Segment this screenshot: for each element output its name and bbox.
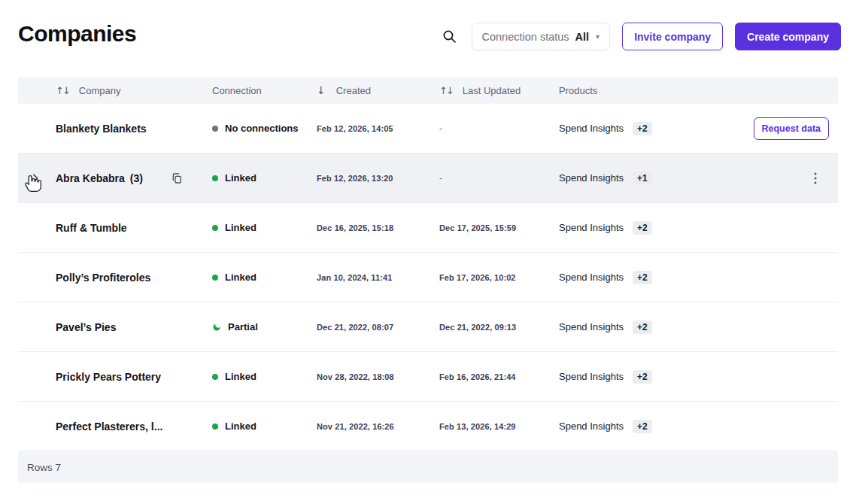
- table-row[interactable]: Prickly Pears Pottery Linked Nov 28, 202…: [18, 352, 838, 402]
- column-label: Created: [336, 85, 371, 96]
- partial-status-icon: [212, 323, 221, 332]
- filter-value: All: [575, 31, 590, 43]
- filter-label: Connection status: [482, 31, 569, 43]
- connection-cell: Linked: [212, 421, 317, 432]
- row-menu-button[interactable]: [806, 169, 824, 187]
- rows-count-label: Rows 7: [27, 462, 61, 473]
- product-name: Spend Insights: [559, 123, 624, 134]
- column-header-products: Products: [559, 85, 709, 96]
- connection-label: Linked: [225, 421, 256, 432]
- search-icon: [442, 29, 457, 44]
- connection-cell: Linked: [212, 222, 317, 233]
- table-row[interactable]: Perfect Plasterers, l... Linked Nov 21, …: [18, 402, 838, 451]
- connection-cell: Linked: [212, 371, 317, 382]
- created-cell: Nov 28, 2022, 18:08: [317, 372, 439, 381]
- sort-icon: ↑↓: [56, 85, 69, 96]
- products-cell: Spend Insights +1: [559, 172, 709, 185]
- company-name: Perfect Plasterers, l...: [56, 421, 162, 433]
- connection-status-filter[interactable]: Connection status All ▾: [472, 23, 611, 50]
- company-cell: Pavel’s Pies: [18, 302, 212, 351]
- product-count-badge: +2: [633, 271, 652, 284]
- last-updated-cell: Dec 21, 2022, 09:13: [439, 323, 559, 332]
- last-updated-cell: Feb 16, 2026, 21:44: [439, 372, 559, 381]
- connection-label: Linked: [225, 222, 256, 233]
- product-count-badge: +2: [633, 370, 652, 384]
- linked-status-icon: [212, 424, 218, 430]
- product-name: Spend Insights: [559, 321, 624, 332]
- column-label: Connection: [212, 85, 262, 96]
- kebab-menu-icon: [814, 172, 817, 184]
- product-name: Spend Insights: [559, 172, 624, 184]
- created-cell: Nov 21, 2022, 16:26: [317, 422, 439, 431]
- created-cell: Feb 12, 2026, 13:20: [317, 174, 439, 183]
- sort-icon: ↑↓: [439, 85, 453, 96]
- linked-status-icon: [212, 225, 218, 231]
- companies-table: ↑↓ Company Connection ↓ Created ↑↓ Last …: [18, 77, 838, 483]
- last-updated-cell: Dec 17, 2025, 15:59: [439, 223, 559, 232]
- connection-cell: Linked: [212, 272, 317, 283]
- products-cell: Spend Insights +2: [559, 320, 709, 334]
- linked-status-icon: [212, 374, 218, 380]
- products-cell: Spend Insights +2: [559, 420, 709, 433]
- connection-cell: Partial: [212, 321, 317, 332]
- company-cell: Perfect Plasterers, l...: [18, 402, 212, 451]
- sort-desc-icon: ↓: [317, 84, 326, 96]
- product-count-badge: +2: [633, 221, 652, 235]
- create-company-button[interactable]: Create company: [735, 23, 841, 50]
- connection-cell: No connections: [212, 123, 317, 134]
- product-count-badge: +2: [633, 122, 652, 135]
- expand-row-button[interactable]: [27, 170, 44, 187]
- action-cell: Request data: [709, 117, 838, 140]
- connection-label: Linked: [225, 172, 256, 184]
- connection-label: Linked: [225, 371, 256, 382]
- company-cell: Blankety Blankets: [18, 104, 212, 153]
- company-cell: Ruff & Tumble: [18, 203, 212, 252]
- request-data-button[interactable]: Request data: [754, 117, 830, 140]
- company-cell: Abra Kebabra (3): [18, 153, 212, 202]
- company-cell: Prickly Pears Pottery: [18, 352, 212, 401]
- column-label: Products: [559, 85, 597, 96]
- company-count-suffix: (3): [130, 172, 143, 184]
- chevron-right-icon: [30, 173, 41, 184]
- table-row[interactable]: Ruff & Tumble Linked Dec 16, 2025, 15:18…: [18, 203, 838, 253]
- last-updated-cell: Feb 17, 2026, 10:02: [439, 273, 559, 282]
- linked-status-icon: [212, 275, 218, 281]
- column-label: Company: [79, 85, 121, 96]
- table-row[interactable]: Polly’s Profiteroles Linked Jan 10, 2024…: [18, 253, 838, 302]
- created-cell: Feb 12, 2026, 14:05: [317, 124, 439, 133]
- product-name: Spend Insights: [559, 272, 624, 283]
- connection-label: Partial: [228, 321, 258, 332]
- company-name: Prickly Pears Pottery: [56, 371, 161, 383]
- search-button[interactable]: [440, 27, 460, 47]
- table-row[interactable]: Blankety Blankets No connections Feb 12,…: [18, 104, 838, 153]
- column-header-last-updated[interactable]: ↑↓ Last Updated: [439, 85, 559, 96]
- products-cell: Spend Insights +2: [559, 370, 709, 384]
- table-footer: Rows 7: [18, 451, 838, 483]
- column-header-connection[interactable]: Connection: [212, 85, 317, 96]
- connection-label: Linked: [225, 272, 256, 283]
- created-cell: Dec 16, 2025, 15:18: [317, 223, 439, 232]
- product-name: Spend Insights: [559, 371, 624, 382]
- page-title: Companies: [18, 21, 136, 47]
- product-count-badge: +2: [633, 320, 652, 334]
- toolbar: Connection status All ▾ Invite company C…: [440, 23, 842, 50]
- products-cell: Spend Insights +2: [559, 122, 709, 135]
- chevron-down-icon: ▾: [596, 32, 600, 41]
- copy-button[interactable]: [171, 171, 186, 186]
- invite-company-button[interactable]: Invite company: [622, 23, 723, 50]
- product-name: Spend Insights: [559, 421, 624, 432]
- last-updated-cell: -: [439, 123, 559, 134]
- column-header-company[interactable]: ↑↓ Company: [18, 85, 212, 96]
- created-cell: Jan 10, 2024, 11:41: [317, 273, 439, 282]
- linked-status-icon: [212, 175, 218, 181]
- column-header-created[interactable]: ↓ Created: [317, 84, 439, 96]
- no-connection-status-icon: [212, 126, 218, 132]
- products-cell: Spend Insights +2: [559, 271, 709, 284]
- product-count-badge: +1: [633, 172, 652, 185]
- last-updated-cell: Feb 13, 2026, 14:29: [439, 422, 559, 431]
- company-name: Ruff & Tumble: [56, 222, 127, 234]
- table-row[interactable]: Abra Kebabra (3) Linked Feb 12, 2026, 13…: [18, 153, 838, 203]
- company-cell: Polly’s Profiteroles: [18, 253, 212, 302]
- table-row[interactable]: Pavel’s Pies Partial Dec 21, 2022, 08:07…: [18, 302, 838, 352]
- connection-cell: Linked: [212, 172, 317, 184]
